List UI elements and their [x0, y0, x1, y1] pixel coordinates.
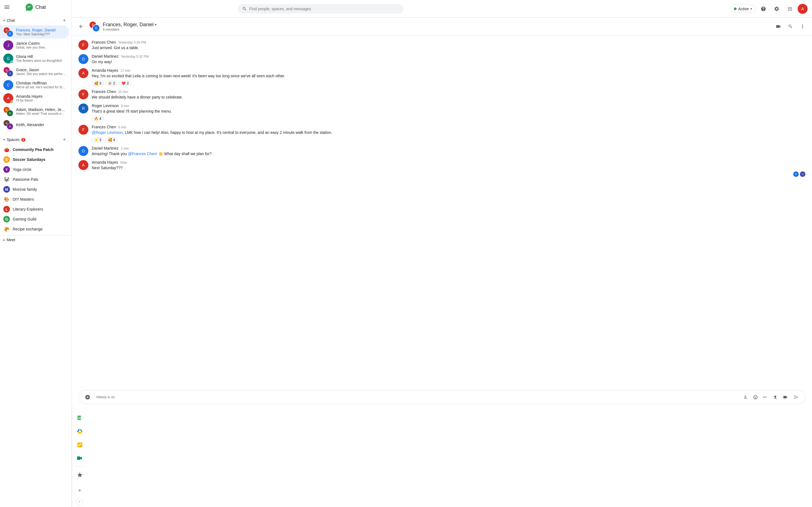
space-list-item[interactable]: 🐼 Pawsome Pals	[0, 174, 69, 184]
chat-header-chevron-icon[interactable]: ▾	[155, 22, 157, 27]
group-avatar: A H	[3, 107, 13, 116]
meet-section[interactable]: ▸ Meet	[0, 235, 71, 244]
message-avatar: A	[79, 68, 88, 78]
message-group: A Amanda Hayes 17 min Hey, I'm so excite…	[79, 68, 805, 86]
message-avatar: D	[79, 54, 88, 64]
more-options-button[interactable]	[798, 21, 808, 32]
chat-item-preview: Jason: Did you watch the performan ...	[16, 72, 66, 76]
topbar: Active ▾	[72, 0, 812, 18]
messages-list: F Frances Chen Yesterday 5:30 PM Just ar…	[72, 36, 812, 387]
chat-section-header[interactable]: ▾ Chat +	[0, 14, 71, 25]
mention: @Frances Chen!	[128, 152, 157, 156]
search-in-chat-button[interactable]	[785, 21, 796, 32]
reaction[interactable]: ❤️ 2	[119, 80, 131, 86]
hamburger-icon[interactable]	[3, 4, 10, 11]
chat-list-item[interactable]: F R Frances, Roger, Daniel You: Next Sat…	[0, 25, 69, 39]
message-text: We should definitely have a dinner party…	[92, 94, 805, 100]
expand-sidebar-button[interactable]: ›	[77, 498, 83, 505]
back-button[interactable]	[76, 21, 86, 32]
google-tasks-icon[interactable]	[74, 439, 85, 450]
avatar-wrap: C	[3, 80, 13, 90]
message-sender: Frances Chen	[92, 40, 116, 45]
reaction[interactable]: 🥰 3	[92, 80, 104, 86]
space-list-item[interactable]: Y Yoga circle	[0, 165, 69, 174]
space-name: Literary Explorers	[13, 207, 43, 211]
reaction[interactable]: 🥰 4	[105, 137, 118, 143]
chat-header-title: Frances, Roger, Daniel	[103, 22, 154, 27]
message-avatar: A	[79, 160, 88, 170]
status-button[interactable]: Active ▾	[730, 5, 756, 13]
history-label: History is on	[94, 395, 117, 399]
space-list-item[interactable]: M Monroe family	[0, 184, 69, 194]
space-icon: 🐼	[3, 176, 10, 183]
space-name: DIY Masters	[13, 197, 34, 202]
settings-button[interactable]	[771, 3, 782, 14]
upload-button[interactable]	[771, 393, 780, 402]
chat-list-item[interactable]: A H Adam, Madison, Helen, Jeffrey Helen:…	[0, 105, 69, 118]
search-input[interactable]	[249, 7, 399, 11]
sidebar-header: Chat	[0, 0, 71, 14]
main-content: Active ▾	[72, 0, 812, 507]
chat-item-preview: We're all set. He's excited for the trip…	[16, 85, 66, 89]
message-group: F Frances Chen 5 min @Roger Levinson, LM…	[79, 125, 805, 143]
message-group: D Daniel Martinez Yesterday 5:32 PM On m…	[79, 54, 805, 65]
chat-item-preview: You: Next Saturday???	[16, 32, 66, 36]
message-text: @Roger Levinson, LMK how I can help! Als…	[92, 130, 805, 135]
status-dot	[734, 7, 737, 10]
google-meet-icon[interactable]	[74, 453, 85, 464]
reaction[interactable]: 🪅 2	[105, 80, 118, 86]
add-app-button[interactable]: +	[74, 485, 85, 496]
add-attachment-button[interactable]	[83, 393, 92, 402]
chat-header: F R Frances, Roger, Daniel ▾ 4 members	[72, 18, 812, 36]
new-chat-button[interactable]: +	[60, 16, 68, 24]
gif-button[interactable]	[761, 393, 770, 402]
space-name: Community Pea Patch	[13, 148, 54, 152]
space-list-item[interactable]: L Literary Explorers	[0, 204, 69, 214]
google-drive-icon[interactable]	[74, 426, 85, 437]
space-list-item[interactable]: 🎨 DIY Masters	[0, 194, 69, 204]
reaction[interactable]: 🔥 4	[92, 116, 104, 121]
bookmarks-icon[interactable]	[74, 469, 85, 481]
help-button[interactable]	[758, 3, 769, 14]
format-text-button[interactable]	[741, 393, 750, 402]
space-letter-icon: S	[3, 156, 10, 163]
chat-section-label: Chat	[7, 18, 15, 22]
user-avatar: C	[3, 80, 13, 90]
chat-list-item[interactable]: C Christian Hoffman We're all set. He's …	[0, 78, 69, 92]
chat-list-item[interactable]: A Amanda Hayes I'll be there!	[0, 92, 69, 105]
chat-item-name: Christian Hoffman	[16, 81, 66, 85]
chat-logo-icon	[25, 3, 34, 12]
message-sender: Frances Chen	[92, 90, 116, 94]
chat-list-item[interactable]: G J Grace, Jason Jason: Did you watch th…	[0, 65, 69, 78]
new-space-button[interactable]: +	[60, 136, 68, 144]
meet-section-label: Meet	[7, 238, 15, 242]
video-call-button[interactable]	[773, 21, 783, 32]
user-avatar[interactable]: A	[798, 4, 808, 14]
chat-item-name: Janice Castro	[16, 41, 66, 46]
reactions-bar: 🔥 4	[92, 116, 805, 121]
message-avatar: F	[79, 90, 88, 99]
chat-list-item[interactable]: K A Keith, Alexander	[0, 118, 69, 131]
search-bar[interactable]	[238, 4, 404, 13]
space-list-item[interactable]: S Soccer Saturdays	[0, 155, 69, 165]
reactions-bar: ⭐ 3 🥰 4	[92, 137, 805, 143]
chat-header-members: 4 members	[103, 27, 771, 32]
space-list-item[interactable]: G Gaming Guild	[0, 214, 69, 224]
reaction[interactable]: ⭐ 3	[92, 137, 104, 143]
user-avatar: J	[3, 40, 13, 50]
space-name: Soccer Saturdays	[13, 157, 45, 162]
status-chevron-icon: ▾	[750, 7, 752, 11]
emoji-button[interactable]	[751, 393, 760, 402]
chat-area: F R Frances, Roger, Daniel ▾ 4 members	[72, 18, 812, 507]
online-indicator	[10, 61, 13, 63]
video-button[interactable]	[781, 393, 790, 402]
space-list-item[interactable]: 🥐 Recipe exchange	[0, 224, 69, 234]
google-sheets-icon[interactable]	[74, 413, 85, 424]
spaces-section-header[interactable]: ▾ Spaces 2 +	[0, 133, 71, 145]
apps-button[interactable]	[784, 3, 796, 14]
message-input[interactable]	[119, 395, 739, 399]
space-list-item[interactable]: 🍅 Community Pea Patch	[0, 145, 69, 155]
chat-list-item[interactable]: G Gloria Hill The flowers were so though…	[0, 52, 69, 65]
send-button[interactable]	[792, 393, 801, 402]
chat-list-item[interactable]: J Janice Castro Great, see you then.	[0, 39, 69, 52]
